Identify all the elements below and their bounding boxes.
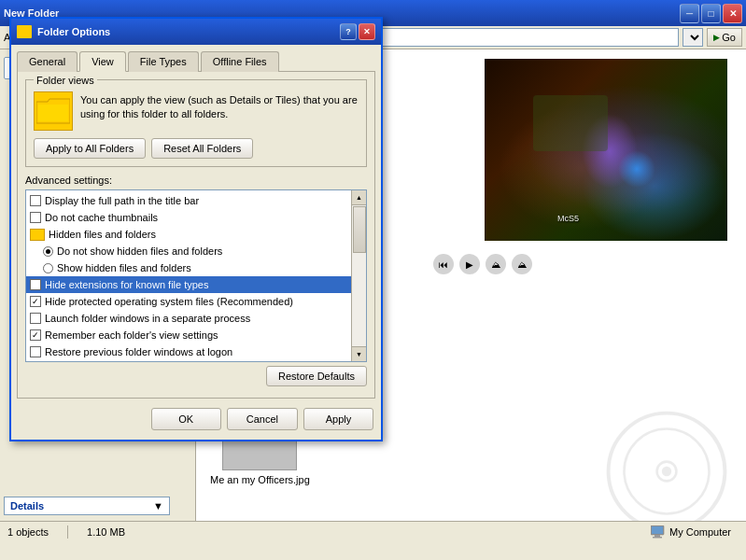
settings-item-cache[interactable]: Do not cache thumbnails <box>26 209 366 226</box>
scroll-track <box>352 205 366 346</box>
tab-file-types[interactable]: File Types <box>128 51 199 72</box>
tab-offline-files[interactable]: Offline Files <box>201 51 279 72</box>
label-hide-ext: Hide extensions for known file types <box>45 279 208 290</box>
settings-item-control-panel[interactable]: Show Control Panel in My Computer <box>26 360 366 362</box>
dialog-titlebar: Folder Options ? ✕ <box>11 19 381 45</box>
label-fullpath: Display the full path in the title bar <box>45 195 199 206</box>
apply-all-folders-btn[interactable]: Apply to All Folders <box>34 138 146 159</box>
label-restore-prev: Restore previous folder windows at logon <box>45 346 232 357</box>
desktop: New Folder ─ □ ✕ Address ▶ Go My Networ <box>0 0 746 560</box>
checkbox-remember[interactable]: ✓ <box>30 329 41 341</box>
settings-item-hide-ext[interactable]: Hide extensions for known file types <box>26 276 366 293</box>
reset-all-folders-btn[interactable]: Reset All Folders <box>151 138 253 159</box>
label-cache: Do not cache thumbnails <box>45 212 158 223</box>
label-hidden-yes: Show hidden files and folders <box>57 262 191 273</box>
label-hidden-no: Do not show hidden files and folders <box>57 245 222 257</box>
settings-scrollbar: ▲ ▼ <box>351 190 366 361</box>
scroll-down-btn[interactable]: ▼ <box>352 346 366 361</box>
checkbox-restore-prev[interactable] <box>30 346 41 357</box>
folder-svg <box>36 97 70 125</box>
checkbox-cache[interactable] <box>30 212 41 223</box>
tab-general[interactable]: General <box>17 51 77 72</box>
settings-item-launch[interactable]: Launch folder windows in a separate proc… <box>26 310 366 327</box>
folder-views-legend: Folder views <box>34 75 97 86</box>
hidden-folder-icon <box>30 229 45 241</box>
advanced-settings-label: Advanced settings: <box>25 175 367 186</box>
apply-button[interactable]: Apply <box>303 408 373 430</box>
label-launch: Launch folder windows in a separate proc… <box>45 313 250 324</box>
scroll-thumb[interactable] <box>353 206 366 253</box>
scroll-up-btn[interactable]: ▲ <box>352 190 366 205</box>
dialog-folder-icon <box>17 25 32 38</box>
settings-item-restore-prev[interactable]: Restore previous folder windows at logon <box>26 343 366 360</box>
dialog-close-btn[interactable]: ✕ <box>359 23 375 40</box>
settings-list-container: Display the full path in the title bar D… <box>25 189 367 362</box>
folder-views-description: You can apply the view (such as Details … <box>80 91 359 122</box>
radio-hidden-yes[interactable] <box>43 263 53 273</box>
folder-views-content: You can apply the view (such as Details … <box>34 91 359 131</box>
settings-item-hidden-folder: Hidden files and folders <box>26 226 366 243</box>
dialog-help-btn[interactable]: ? <box>340 23 357 40</box>
settings-list: Display the full path in the title bar D… <box>26 190 366 362</box>
restore-defaults-btn[interactable]: Restore Defaults <box>266 366 367 386</box>
ok-button[interactable]: OK <box>151 408 221 430</box>
cancel-button[interactable]: Cancel <box>227 408 298 430</box>
checkbox-fullpath[interactable] <box>30 195 41 206</box>
dialog-win-controls: ? ✕ <box>340 23 375 40</box>
dialog-tabs: General View File Types Offline Files <box>11 45 381 71</box>
checkbox-launch[interactable] <box>30 313 41 324</box>
settings-item-remember[interactable]: ✓ Remember each folder's view settings <box>26 327 366 343</box>
folder-views-buttons: Apply to All Folders Reset All Folders <box>34 138 359 159</box>
settings-item-hidden-yes[interactable]: Show hidden files and folders <box>26 259 366 276</box>
settings-item-fullpath[interactable]: Display the full path in the title bar <box>26 192 366 209</box>
label-hidden-folder: Hidden files and folders <box>49 229 156 240</box>
settings-item-hidden-no[interactable]: Do not show hidden files and folders <box>26 243 366 259</box>
dialog-buttons: OK Cancel Apply <box>11 399 381 440</box>
checkbox-hide-ext[interactable] <box>30 279 41 290</box>
restore-defaults-row: Restore Defaults <box>25 362 367 390</box>
tab-view[interactable]: View <box>79 51 126 72</box>
dialog-title-label: Folder Options <box>37 26 110 37</box>
checkbox-hide-os[interactable]: ✓ <box>30 296 41 307</box>
folder-options-dialog: Folder Options ? ✕ General View File Typ… <box>9 17 383 441</box>
tab-view-content: Folder views You can apply the view (suc… <box>17 71 375 399</box>
folder-views-group: Folder views You can apply the view (suc… <box>25 79 367 167</box>
dialog-overlay: Folder Options ? ✕ General View File Typ… <box>0 0 746 560</box>
label-remember: Remember each folder's view settings <box>45 329 218 341</box>
dialog-title-left: Folder Options <box>17 25 110 38</box>
settings-item-hide-os[interactable]: ✓ Hide protected operating system files … <box>26 293 366 310</box>
label-hide-os: Hide protected operating system files (R… <box>45 296 293 307</box>
radio-hidden-no[interactable] <box>43 246 53 257</box>
folder-views-icon <box>34 91 73 131</box>
